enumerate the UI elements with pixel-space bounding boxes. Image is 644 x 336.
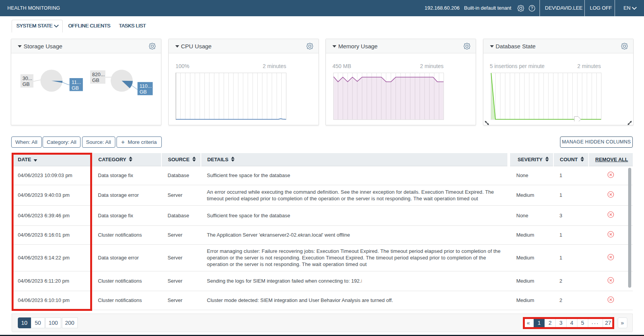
svg-text:110...: 110... — [140, 83, 152, 89]
svg-text:GB: GB — [140, 89, 147, 95]
svg-text:GB: GB — [72, 85, 79, 91]
svg-text:11...: 11... — [72, 79, 81, 85]
svg-text:?: ? — [531, 6, 533, 10]
svg-text:30...: 30... — [22, 75, 32, 81]
svg-text:GB: GB — [92, 77, 99, 83]
svg-text:820...: 820... — [92, 72, 105, 77]
svg-text:GB: GB — [22, 81, 30, 87]
